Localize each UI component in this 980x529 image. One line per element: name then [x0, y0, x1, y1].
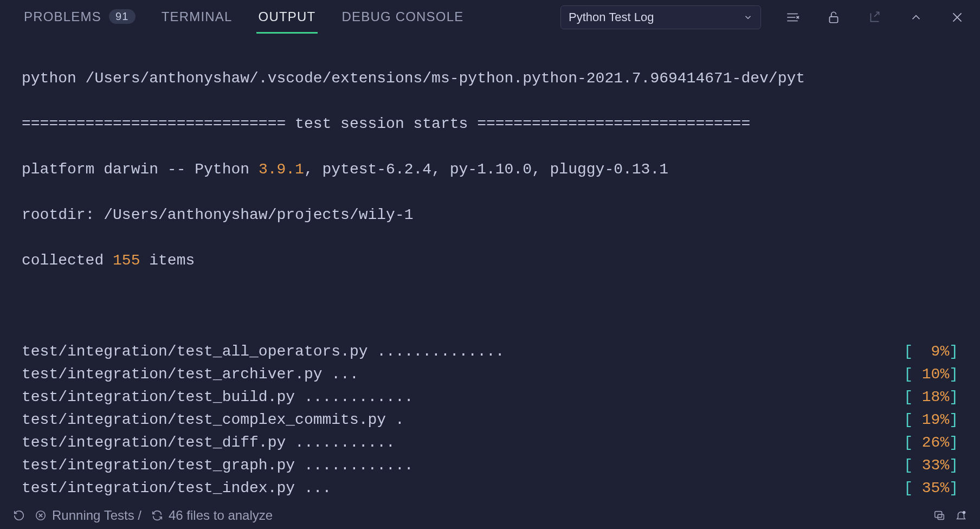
test-path: test/integration/test_archiver.py ... [22, 363, 359, 386]
platform-suffix: , pytest-6.2.4, py-1.10.0, pluggy-0.13.1 [304, 161, 668, 178]
test-path: test/integration/test_index.py ... [22, 477, 331, 500]
status-bar: Running Tests / 46 files to analyze [0, 502, 980, 529]
maximize-panel-icon[interactable] [906, 8, 926, 27]
output-panel: PROBLEMS 91 TERMINAL OUTPUT DEBUG CONSOL… [0, 0, 980, 529]
tab-problems[interactable]: PROBLEMS 91 [22, 2, 138, 34]
test-percent: [ 10%] [904, 363, 958, 386]
svg-rect-0 [829, 17, 837, 23]
test-percent: [ 18%] [904, 386, 958, 409]
close-circle-icon [35, 509, 47, 521]
test-result-line: test/integration/test_all_operators.py .… [22, 340, 958, 363]
python-version: 3.9.1 [259, 161, 304, 178]
test-result-line: test/integration/test_build.py .........… [22, 386, 958, 409]
output-collected-line: collected 155 items [22, 249, 958, 272]
test-percent: [ 35%] [904, 477, 958, 500]
collected-pre: collected [22, 252, 113, 269]
tab-problems-label: PROBLEMS [24, 9, 101, 24]
output-text[interactable]: python /Users/anthonyshaw/.vscode/extens… [0, 35, 980, 502]
tab-output[interactable]: OUTPUT [256, 2, 318, 34]
blank-line [22, 295, 958, 318]
status-analyze-label: 46 files to analyze [169, 508, 273, 523]
tab-terminal-label: TERMINAL [162, 9, 233, 24]
status-history-icon[interactable] [13, 509, 25, 521]
output-rootdir-line: rootdir: /Users/anthonyshaw/projects/wil… [22, 204, 958, 227]
tab-output-label: OUTPUT [259, 9, 316, 24]
status-files-analyze[interactable]: 46 files to analyze [151, 508, 273, 523]
test-percent: [ 19%] [904, 409, 958, 431]
test-percent: [ 26%] [904, 431, 958, 454]
test-result-line: test/integration/test_diff.py ..........… [22, 431, 958, 454]
tab-debug-label: DEBUG CONSOLE [341, 9, 463, 24]
test-path: test/integration/test_diff.py ..........… [22, 431, 395, 454]
test-percent: [ 33%] [904, 454, 958, 477]
output-channel-dropdown[interactable]: Python Test Log [560, 5, 761, 29]
test-path: test/integration/test_build.py .........… [22, 386, 414, 409]
lock-scroll-icon[interactable] [824, 8, 843, 27]
status-bell-icon[interactable] [955, 509, 967, 521]
output-session-line: ============================= test sessi… [22, 113, 958, 136]
open-log-file-icon[interactable] [865, 8, 885, 27]
refresh-icon [151, 509, 163, 521]
status-running-label: Running Tests / [52, 508, 141, 523]
panel-tabs: PROBLEMS 91 TERMINAL OUTPUT DEBUG CONSOL… [0, 0, 980, 35]
collected-post: items [140, 252, 195, 269]
output-command-line: python /Users/anthonyshaw/.vscode/extens… [22, 67, 958, 90]
tab-terminal[interactable]: TERMINAL [159, 2, 235, 34]
status-running-tests[interactable]: Running Tests / [35, 508, 141, 523]
test-path: test/integration/test_graph.py .........… [22, 454, 414, 477]
test-percent: [ 9%] [904, 340, 958, 363]
test-path: test/integration/test_all_operators.py .… [22, 340, 505, 363]
test-result-line: test/integration/test_index.py ...[ 35%] [22, 477, 958, 500]
collected-count: 155 [113, 252, 140, 269]
problems-count-badge: 91 [109, 9, 136, 24]
chevron-down-icon [743, 12, 753, 22]
svg-point-8 [963, 511, 966, 514]
platform-prefix: platform darwin -- Python [22, 161, 259, 178]
close-panel-icon[interactable] [947, 8, 967, 27]
output-channel-selected: Python Test Log [569, 10, 654, 24]
test-result-line: test/integration/test_archiver.py ...[ 1… [22, 363, 958, 386]
status-feedback-icon[interactable] [933, 509, 945, 521]
test-result-line: test/integration/test_complex_commits.py… [22, 409, 958, 431]
svg-rect-7 [938, 514, 944, 519]
tab-debug-console[interactable]: DEBUG CONSOLE [339, 2, 466, 34]
test-path: test/integration/test_complex_commits.py… [22, 409, 404, 431]
test-result-line: test/integration/test_graph.py .........… [22, 454, 958, 477]
output-platform-line: platform darwin -- Python 3.9.1, pytest-… [22, 158, 958, 181]
test-results-list: test/integration/test_all_operators.py .… [22, 340, 958, 502]
clear-output-icon[interactable] [783, 8, 802, 27]
